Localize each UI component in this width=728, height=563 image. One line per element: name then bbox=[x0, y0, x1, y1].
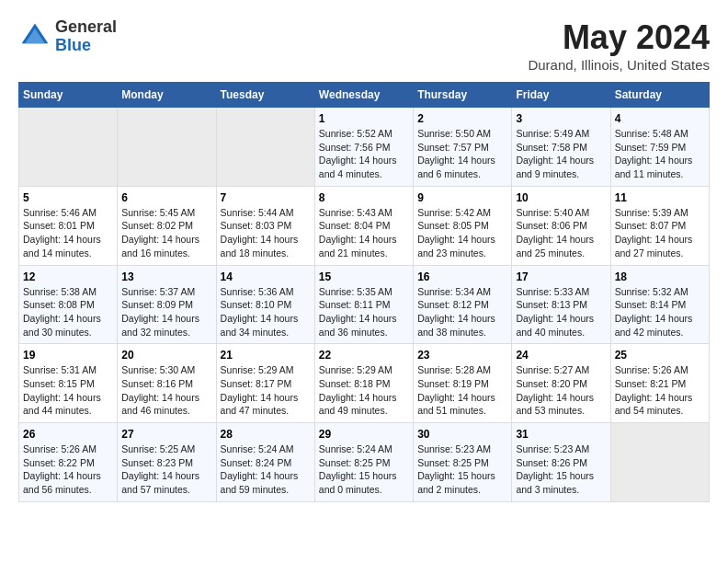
weekday-header-row: SundayMondayTuesdayWednesdayThursdayFrid… bbox=[19, 83, 710, 108]
calendar-cell: 24Sunrise: 5:27 AM Sunset: 8:20 PM Dayli… bbox=[512, 344, 610, 423]
calendar-cell: 13Sunrise: 5:37 AM Sunset: 8:09 PM Dayli… bbox=[118, 265, 216, 344]
weekday-header-friday: Friday bbox=[512, 83, 610, 108]
calendar-week-row: 19Sunrise: 5:31 AM Sunset: 8:15 PM Dayli… bbox=[19, 344, 710, 423]
day-info: Sunrise: 5:39 AM Sunset: 8:07 PM Dayligh… bbox=[615, 206, 705, 260]
calendar-cell: 12Sunrise: 5:38 AM Sunset: 8:08 PM Dayli… bbox=[19, 265, 118, 344]
day-number: 21 bbox=[221, 349, 311, 362]
calendar-cell: 16Sunrise: 5:34 AM Sunset: 8:12 PM Dayli… bbox=[414, 265, 512, 344]
day-number: 1 bbox=[319, 112, 409, 125]
day-info: Sunrise: 5:49 AM Sunset: 7:58 PM Dayligh… bbox=[516, 127, 606, 181]
calendar-cell: 26Sunrise: 5:26 AM Sunset: 8:22 PM Dayli… bbox=[19, 423, 118, 502]
calendar-cell: 3Sunrise: 5:49 AM Sunset: 7:58 PM Daylig… bbox=[512, 108, 610, 187]
day-number: 13 bbox=[121, 270, 211, 283]
day-info: Sunrise: 5:38 AM Sunset: 8:08 PM Dayligh… bbox=[23, 285, 113, 339]
weekday-header-monday: Monday bbox=[118, 83, 216, 108]
day-info: Sunrise: 5:24 AM Sunset: 8:24 PM Dayligh… bbox=[221, 442, 311, 497]
day-number: 31 bbox=[516, 428, 606, 441]
day-number: 23 bbox=[417, 349, 507, 362]
calendar-cell: 28Sunrise: 5:24 AM Sunset: 8:24 PM Dayli… bbox=[216, 423, 314, 502]
day-number: 22 bbox=[319, 349, 409, 362]
day-info: Sunrise: 5:29 AM Sunset: 8:17 PM Dayligh… bbox=[221, 363, 311, 418]
day-number: 26 bbox=[23, 428, 113, 441]
logo-blue-text: Blue bbox=[55, 37, 117, 55]
day-number: 12 bbox=[23, 270, 113, 283]
weekday-header-saturday: Saturday bbox=[610, 83, 709, 108]
day-number: 6 bbox=[121, 191, 211, 204]
day-info: Sunrise: 5:33 AM Sunset: 8:13 PM Dayligh… bbox=[516, 285, 606, 339]
day-number: 20 bbox=[121, 349, 211, 362]
logo: General Blue bbox=[18, 18, 117, 55]
day-info: Sunrise: 5:48 AM Sunset: 7:59 PM Dayligh… bbox=[615, 127, 705, 181]
calendar-cell: 9Sunrise: 5:42 AM Sunset: 8:05 PM Daylig… bbox=[414, 186, 512, 265]
day-number: 2 bbox=[417, 112, 507, 125]
day-info: Sunrise: 5:37 AM Sunset: 8:09 PM Dayligh… bbox=[121, 285, 211, 339]
calendar-week-row: 26Sunrise: 5:26 AM Sunset: 8:22 PM Dayli… bbox=[19, 423, 710, 502]
weekday-header-tuesday: Tuesday bbox=[216, 83, 314, 108]
day-info: Sunrise: 5:44 AM Sunset: 8:03 PM Dayligh… bbox=[221, 206, 311, 260]
calendar-cell: 21Sunrise: 5:29 AM Sunset: 8:17 PM Dayli… bbox=[216, 344, 314, 423]
day-number: 19 bbox=[23, 349, 113, 362]
calendar-cell bbox=[118, 108, 216, 187]
day-number: 7 bbox=[221, 191, 311, 204]
day-info: Sunrise: 5:40 AM Sunset: 8:06 PM Dayligh… bbox=[516, 206, 606, 260]
day-number: 4 bbox=[615, 112, 705, 125]
day-number: 8 bbox=[319, 191, 409, 204]
day-info: Sunrise: 5:42 AM Sunset: 8:05 PM Dayligh… bbox=[417, 206, 507, 260]
day-info: Sunrise: 5:24 AM Sunset: 8:25 PM Dayligh… bbox=[319, 442, 409, 497]
calendar-cell: 7Sunrise: 5:44 AM Sunset: 8:03 PM Daylig… bbox=[216, 186, 314, 265]
day-info: Sunrise: 5:23 AM Sunset: 8:26 PM Dayligh… bbox=[516, 442, 606, 497]
day-number: 29 bbox=[319, 428, 409, 441]
calendar-cell: 20Sunrise: 5:30 AM Sunset: 8:16 PM Dayli… bbox=[118, 344, 216, 423]
calendar-week-row: 5Sunrise: 5:46 AM Sunset: 8:01 PM Daylig… bbox=[19, 186, 710, 265]
calendar-cell: 2Sunrise: 5:50 AM Sunset: 7:57 PM Daylig… bbox=[414, 108, 512, 187]
calendar-cell: 1Sunrise: 5:52 AM Sunset: 7:56 PM Daylig… bbox=[314, 108, 413, 187]
day-number: 11 bbox=[615, 191, 705, 204]
day-number: 9 bbox=[417, 191, 507, 204]
weekday-header-wednesday: Wednesday bbox=[314, 83, 413, 108]
calendar-cell: 11Sunrise: 5:39 AM Sunset: 8:07 PM Dayli… bbox=[610, 186, 709, 265]
calendar-cell: 19Sunrise: 5:31 AM Sunset: 8:15 PM Dayli… bbox=[19, 344, 118, 423]
day-info: Sunrise: 5:30 AM Sunset: 8:16 PM Dayligh… bbox=[121, 363, 211, 418]
day-number: 10 bbox=[516, 191, 606, 204]
day-number: 24 bbox=[516, 349, 606, 362]
day-number: 25 bbox=[615, 349, 705, 362]
calendar-cell: 5Sunrise: 5:46 AM Sunset: 8:01 PM Daylig… bbox=[19, 186, 118, 265]
day-info: Sunrise: 5:32 AM Sunset: 8:14 PM Dayligh… bbox=[615, 285, 705, 339]
day-number: 28 bbox=[221, 428, 311, 441]
calendar-cell: 8Sunrise: 5:43 AM Sunset: 8:04 PM Daylig… bbox=[314, 186, 413, 265]
calendar-cell bbox=[216, 108, 314, 187]
calendar-cell: 29Sunrise: 5:24 AM Sunset: 8:25 PM Dayli… bbox=[314, 423, 413, 502]
day-info: Sunrise: 5:45 AM Sunset: 8:02 PM Dayligh… bbox=[121, 206, 211, 260]
calendar-cell: 27Sunrise: 5:25 AM Sunset: 8:23 PM Dayli… bbox=[118, 423, 216, 502]
day-number: 3 bbox=[516, 112, 606, 125]
day-info: Sunrise: 5:35 AM Sunset: 8:11 PM Dayligh… bbox=[319, 285, 409, 339]
calendar-cell: 18Sunrise: 5:32 AM Sunset: 8:14 PM Dayli… bbox=[610, 265, 709, 344]
calendar-cell: 15Sunrise: 5:35 AM Sunset: 8:11 PM Dayli… bbox=[314, 265, 413, 344]
main-title: May 2024 bbox=[528, 18, 710, 57]
calendar-cell bbox=[610, 423, 709, 502]
weekday-header-sunday: Sunday bbox=[19, 83, 118, 108]
day-number: 17 bbox=[516, 270, 606, 283]
header: General Blue May 2024 Durand, Illinois, … bbox=[18, 18, 710, 73]
day-info: Sunrise: 5:26 AM Sunset: 8:22 PM Dayligh… bbox=[23, 442, 113, 497]
day-info: Sunrise: 5:46 AM Sunset: 8:01 PM Dayligh… bbox=[23, 206, 113, 260]
calendar-cell: 17Sunrise: 5:33 AM Sunset: 8:13 PM Dayli… bbox=[512, 265, 610, 344]
calendar-cell: 25Sunrise: 5:26 AM Sunset: 8:21 PM Dayli… bbox=[610, 344, 709, 423]
weekday-header-thursday: Thursday bbox=[414, 83, 512, 108]
day-info: Sunrise: 5:23 AM Sunset: 8:25 PM Dayligh… bbox=[417, 442, 507, 497]
day-info: Sunrise: 5:43 AM Sunset: 8:04 PM Dayligh… bbox=[319, 206, 409, 260]
calendar-cell bbox=[19, 108, 118, 187]
calendar-cell: 6Sunrise: 5:45 AM Sunset: 8:02 PM Daylig… bbox=[118, 186, 216, 265]
day-number: 5 bbox=[23, 191, 113, 204]
day-number: 15 bbox=[319, 270, 409, 283]
logo-icon bbox=[18, 20, 51, 53]
calendar-cell: 30Sunrise: 5:23 AM Sunset: 8:25 PM Dayli… bbox=[414, 423, 512, 502]
calendar-cell: 4Sunrise: 5:48 AM Sunset: 7:59 PM Daylig… bbox=[610, 108, 709, 187]
calendar-cell: 14Sunrise: 5:36 AM Sunset: 8:10 PM Dayli… bbox=[216, 265, 314, 344]
title-block: May 2024 Durand, Illinois, United States bbox=[528, 18, 710, 73]
calendar-table: SundayMondayTuesdayWednesdayThursdayFrid… bbox=[18, 82, 710, 502]
day-info: Sunrise: 5:25 AM Sunset: 8:23 PM Dayligh… bbox=[121, 442, 211, 497]
day-info: Sunrise: 5:26 AM Sunset: 8:21 PM Dayligh… bbox=[615, 363, 705, 418]
logo-general-text: General bbox=[55, 18, 117, 37]
calendar-week-row: 1Sunrise: 5:52 AM Sunset: 7:56 PM Daylig… bbox=[19, 108, 710, 187]
